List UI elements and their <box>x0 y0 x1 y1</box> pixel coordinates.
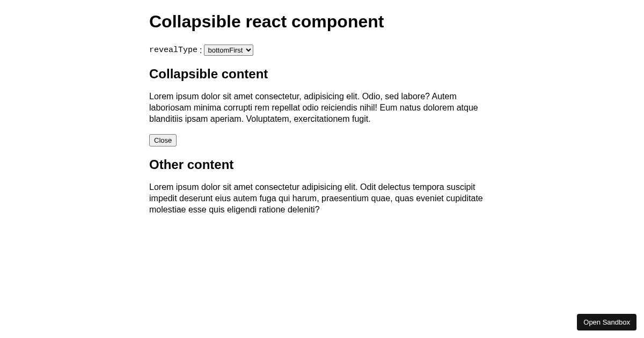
other-heading: Other content <box>149 157 493 172</box>
reveal-type-select[interactable]: bottomFirst <box>204 45 253 56</box>
page-title: Collapsible react component <box>149 12 493 32</box>
close-button[interactable]: Close <box>149 134 177 146</box>
open-sandbox-button[interactable]: Open Sandbox <box>577 314 636 330</box>
colon: : <box>200 46 202 55</box>
reveal-type-control: revealType: bottomFirst <box>149 45 493 56</box>
reveal-type-label: revealType <box>149 46 197 55</box>
collapsible-body: Lorem ipsum dolor sit amet consectetur, … <box>149 91 493 124</box>
other-body: Lorem ipsum dolor sit amet consectetur a… <box>149 182 493 215</box>
collapsible-heading: Collapsible content <box>149 67 493 82</box>
